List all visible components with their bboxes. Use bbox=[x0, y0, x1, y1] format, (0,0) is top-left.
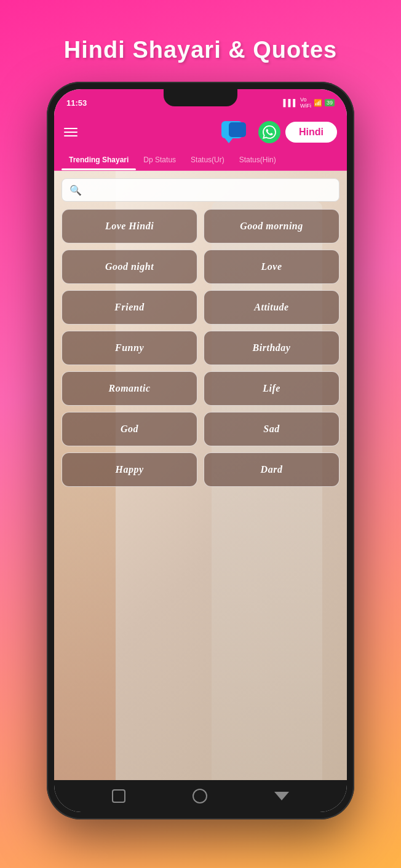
content-area: 🔍 Love Hindi Good morning Good night Lov… bbox=[54, 171, 347, 780]
category-good-morning[interactable]: Good morning bbox=[204, 209, 339, 243]
vowifi-icon: VoWiFi bbox=[300, 97, 311, 109]
search-input[interactable] bbox=[87, 185, 332, 195]
search-icon: 🔍 bbox=[69, 184, 82, 196]
search-bar[interactable]: 🔍 bbox=[62, 178, 339, 202]
chat-icon[interactable] bbox=[221, 121, 253, 143]
category-life[interactable]: Life bbox=[204, 371, 339, 406]
top-nav: Hindi bbox=[54, 116, 347, 151]
home-bar bbox=[54, 780, 347, 812]
status-bar: 11:53 ▌▌▌ VoWiFi 📶 39 bbox=[54, 89, 347, 116]
app-title: Hindi Shayari & Quotes bbox=[64, 37, 337, 63]
battery-badge: 39 bbox=[325, 99, 335, 106]
hamburger-line3 bbox=[64, 135, 77, 136]
hamburger-menu[interactable] bbox=[64, 128, 77, 136]
home-back-button[interactable] bbox=[274, 792, 289, 800]
status-time: 11:53 bbox=[66, 98, 87, 108]
category-friend[interactable]: Friend bbox=[62, 290, 197, 325]
whatsapp-icon[interactable] bbox=[258, 121, 280, 143]
tab-trending-shayari[interactable]: Trending Shayari bbox=[62, 151, 136, 170]
tab-status-ur[interactable]: Status(Ur) bbox=[183, 151, 232, 170]
tab-bar: Trending Shayari Dp Status Status(Ur) St… bbox=[54, 151, 347, 171]
hamburger-line2 bbox=[64, 132, 77, 133]
category-dard[interactable]: Dard bbox=[204, 452, 339, 487]
status-icons: ▌▌▌ VoWiFi 📶 39 bbox=[284, 97, 335, 109]
tab-dp-status[interactable]: Dp Status bbox=[136, 151, 183, 170]
tab-status-hin[interactable]: Status(Hin) bbox=[232, 151, 284, 170]
category-funny[interactable]: Funny bbox=[62, 331, 197, 365]
search-bar-wrapper: 🔍 bbox=[62, 178, 339, 202]
phone-shell: 11:53 ▌▌▌ VoWiFi 📶 39 bbox=[47, 82, 354, 819]
notch bbox=[164, 89, 237, 106]
home-square-button[interactable] bbox=[112, 789, 125, 803]
hamburger-line1 bbox=[64, 128, 77, 129]
category-birthday[interactable]: Birthday bbox=[204, 331, 339, 365]
category-love-hindi[interactable]: Love Hindi bbox=[62, 209, 197, 243]
category-romantic[interactable]: Romantic bbox=[62, 371, 197, 406]
nav-icons: Hindi bbox=[221, 121, 337, 143]
category-love[interactable]: Love bbox=[204, 250, 339, 284]
signal-icon: ▌▌▌ bbox=[284, 99, 298, 106]
categories-grid: Love Hindi Good morning Good night Love … bbox=[54, 207, 347, 494]
wifi-icon: 📶 bbox=[314, 99, 322, 107]
phone-screen: 11:53 ▌▌▌ VoWiFi 📶 39 bbox=[54, 89, 347, 812]
category-good-night[interactable]: Good night bbox=[62, 250, 197, 284]
category-sad[interactable]: Sad bbox=[204, 412, 339, 446]
category-god[interactable]: God bbox=[62, 412, 197, 446]
category-attitude[interactable]: Attitude bbox=[204, 290, 339, 325]
hindi-button[interactable]: Hindi bbox=[285, 122, 337, 143]
home-circle-button[interactable] bbox=[193, 789, 207, 803]
category-happy[interactable]: Happy bbox=[62, 452, 197, 487]
